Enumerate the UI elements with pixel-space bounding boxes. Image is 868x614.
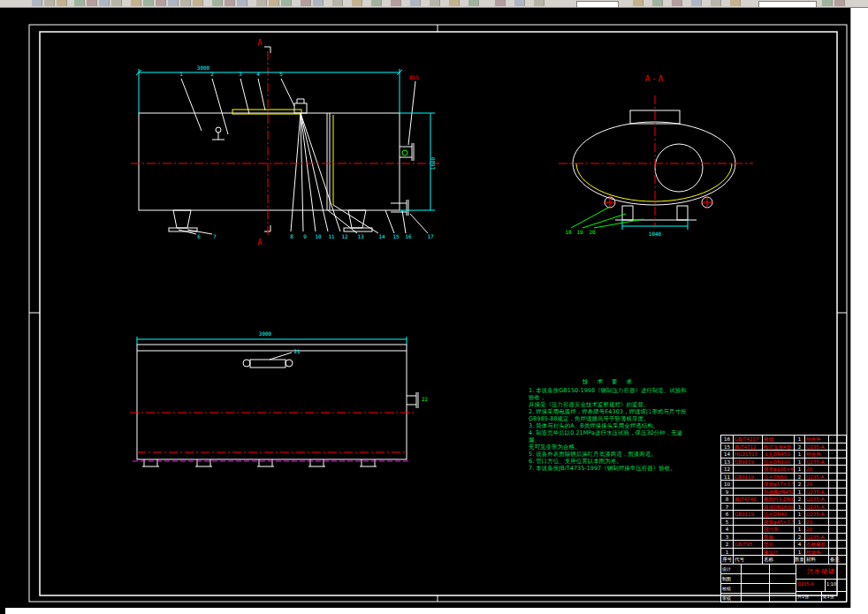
parts-header-cell: 代号 xyxy=(733,556,762,564)
toolbar-icon[interactable] xyxy=(301,0,311,6)
toolbar-icon[interactable] xyxy=(711,0,721,6)
toolbar-icon[interactable] xyxy=(281,0,292,6)
section-cut-label-bottom: A xyxy=(258,239,263,246)
parts-cell: 法兰DN40 xyxy=(762,511,794,518)
toolbar-icon[interactable] xyxy=(822,0,833,6)
toolbar-icon[interactable] xyxy=(131,0,141,6)
toolbar-icon[interactable] xyxy=(449,0,460,6)
parts-list-row: 4排污管120 xyxy=(720,525,847,533)
parts-list-row: 15JB/T4712鞍式支座A型2Q235-A xyxy=(720,443,847,451)
toolbar-icon[interactable] xyxy=(371,0,382,6)
toolbar-fragment[interactable] xyxy=(0,0,868,8)
parts-cell: 14 xyxy=(721,451,733,458)
horizontal-scrollbar[interactable] xyxy=(5,608,868,614)
tech-note-line: 并接受《压力容器安全技术监察规程》的监督。 xyxy=(529,401,689,408)
toolbar-icon[interactable] xyxy=(430,0,440,6)
toolbar-dropdown-fragment[interactable] xyxy=(758,1,817,8)
toolbar-icon[interactable] xyxy=(410,0,421,6)
toolbar-icon[interactable] xyxy=(672,0,682,6)
sheet-total: 共1张 xyxy=(796,592,821,602)
parts-cell: 4 xyxy=(721,526,733,533)
toolbar-icon[interactable] xyxy=(193,0,203,6)
parts-cell: Q235-A xyxy=(804,534,828,541)
parts-cell: 1 xyxy=(794,526,804,533)
parts-cell: 20 xyxy=(804,481,828,488)
toolbar-input-fragment[interactable] xyxy=(576,1,619,8)
parts-cell: Q235-A xyxy=(804,474,828,481)
toolbar-icon[interactable] xyxy=(332,0,343,6)
toolbar-icon[interactable] xyxy=(495,0,506,6)
parts-cell: JB/T4712 xyxy=(733,443,762,451)
parts-cell: 1 xyxy=(794,466,804,473)
parts-list-row: 1液位计1组合件 xyxy=(720,548,847,556)
parts-cell: 4 xyxy=(794,541,804,548)
parts-cell: 9 xyxy=(721,489,733,496)
parts-cell xyxy=(828,474,846,481)
scale-value: 1:10 xyxy=(825,580,846,591)
parts-cell: 20 xyxy=(804,466,828,473)
parts-cell: 2 xyxy=(721,541,733,548)
toolbar-icon[interactable] xyxy=(652,0,663,6)
signature-rows: 设计 制图 校核 审核 xyxy=(721,565,796,602)
toolbar-icon[interactable] xyxy=(269,0,279,6)
parts-cell: 排污管 xyxy=(762,526,794,533)
toolbar-icon[interactable] xyxy=(514,0,525,6)
balloon-number: 14 xyxy=(378,233,385,239)
parts-cell: 2 xyxy=(794,534,804,541)
toolbar-icon[interactable] xyxy=(156,0,166,6)
tech-note-line: 7. 本设备按JB/T4735-1997《钢制焊接常压容器》验收。 xyxy=(529,465,689,472)
parts-cell xyxy=(828,504,846,511)
parts-cell: 3 xyxy=(721,534,733,541)
toolbar-icon[interactable] xyxy=(352,0,362,6)
toolbar-icon[interactable] xyxy=(256,0,267,6)
parts-header-cell: 材料 xyxy=(804,556,828,564)
toolbar-icon[interactable] xyxy=(87,0,97,6)
parts-cell: 20 xyxy=(804,526,828,533)
toolbar-icon[interactable] xyxy=(468,0,479,6)
balloon-number: 9 xyxy=(303,233,307,239)
parts-cell: 1 xyxy=(721,549,733,556)
parts-cell: 1 xyxy=(794,549,804,556)
parts-cell: 12 xyxy=(721,466,733,473)
parts-cell: 筒体DN1600 xyxy=(762,504,794,511)
toolbar-icon[interactable] xyxy=(391,0,401,6)
tech-note-line: 4. 制造完毕后以0.21MPa进行水压试验，保压30分钟，无渗漏、 xyxy=(529,429,689,443)
parts-cell: Q235-A xyxy=(804,443,828,451)
toolbar-icon[interactable] xyxy=(313,0,324,6)
parts-cell: 石棉橡胶 xyxy=(804,541,828,548)
parts-cell xyxy=(733,534,762,541)
parts-cell: GB/T95 xyxy=(733,541,762,548)
parts-cell: 法兰DN50 xyxy=(762,474,794,481)
toolbar-icon[interactable] xyxy=(143,0,154,6)
toolbar-icon[interactable] xyxy=(74,0,85,6)
toolbar-icon[interactable] xyxy=(32,0,42,6)
toolbar-icon[interactable] xyxy=(99,0,110,6)
parts-cell: 鞍式支座A型 xyxy=(762,443,794,451)
toolbar-icon[interactable] xyxy=(44,0,55,6)
parts-cell: GB9119 xyxy=(733,459,762,466)
parts-cell xyxy=(828,459,846,466)
toolbar-icon[interactable] xyxy=(691,0,702,6)
parts-cell: 11 xyxy=(721,474,733,481)
balloon-number: 13 xyxy=(357,233,364,239)
balloon-number: 5 xyxy=(279,71,283,77)
toolbar-icon[interactable] xyxy=(237,0,247,6)
toolbar-icon[interactable] xyxy=(111,0,122,6)
material-value: Q235-A xyxy=(796,580,825,591)
toolbar-icon[interactable] xyxy=(225,0,235,6)
balloon-number: 16 xyxy=(405,233,412,239)
toolbar-icon[interactable] xyxy=(168,0,179,6)
toolbar-icon[interactable] xyxy=(633,0,643,6)
toolbar-icon[interactable] xyxy=(534,0,544,6)
parts-cell: 2 xyxy=(794,481,804,488)
toolbar-icon[interactable] xyxy=(57,0,67,6)
toolbar-icon[interactable] xyxy=(180,0,191,6)
toolbar-icon[interactable] xyxy=(834,0,845,6)
parts-cell: 组合件 xyxy=(804,451,828,458)
section-view-yellow-arc xyxy=(576,163,732,201)
plan-view-geometry xyxy=(137,345,418,466)
vertical-scrollbar[interactable] xyxy=(850,7,868,614)
sign-label: 审核 xyxy=(721,594,741,603)
toolbar-icon[interactable] xyxy=(212,0,223,6)
toolbar-icon[interactable] xyxy=(730,0,741,6)
